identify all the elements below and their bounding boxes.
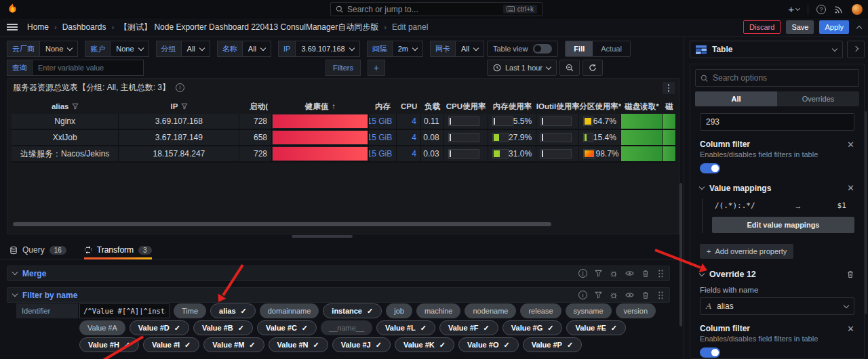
chevron-down-icon[interactable] — [699, 270, 705, 276]
panel-menu-icon[interactable] — [663, 82, 675, 94]
field-pill[interactable]: machine — [416, 303, 461, 318]
field-pill[interactable]: Value #D✓ — [130, 320, 189, 335]
col-header-mem-usage[interactable]: 内存使用率 — [488, 99, 536, 114]
chevron-down-icon[interactable] — [699, 184, 705, 190]
table-row[interactable]: XxlJob 3.67.187.149 658 15 GiB 4 0.08 27… — [12, 130, 676, 146]
trash-icon[interactable] — [846, 270, 854, 278]
field-pill[interactable]: Value #F✓ — [439, 320, 498, 335]
discard-button[interactable]: Discard — [743, 20, 781, 34]
table-view-toggle[interactable]: Table view — [487, 41, 558, 57]
table-row[interactable]: Nginx 3.69.107.168 728 15 GiB 4 0.11 5.5… — [12, 114, 676, 130]
filters-button[interactable]: Filters — [326, 60, 361, 76]
add-filter-button[interactable]: + — [368, 60, 385, 76]
toggle-pane-button[interactable] — [847, 41, 865, 58]
field-pill[interactable]: Value #H✓ — [79, 337, 139, 352]
field-pill[interactable]: Value #O✓ — [458, 337, 519, 352]
col-header-partition[interactable]: 分区使用率* — [579, 99, 620, 114]
collapse-options-icon[interactable] — [856, 25, 862, 30]
column-filter-toggle[interactable] — [700, 163, 720, 173]
field-pill[interactable]: Value #B✓ — [193, 320, 253, 335]
save-button[interactable]: Save — [786, 20, 814, 34]
help-icon[interactable]: ? — [816, 5, 826, 14]
info-icon[interactable]: i — [578, 269, 587, 278]
refresh-button[interactable] — [583, 60, 603, 76]
col-header-ip[interactable]: IP — [119, 99, 239, 114]
remove-property-icon[interactable]: ✕ — [847, 183, 854, 193]
field-pill[interactable]: job — [386, 303, 412, 318]
variable-value-dropdown[interactable]: None — [39, 41, 78, 57]
info-icon[interactable]: i — [578, 291, 587, 299]
variable-value-dropdown[interactable]: All — [181, 41, 210, 57]
variable-value-dropdown[interactable]: 2m — [392, 41, 423, 57]
col-header-cpu-usage[interactable]: CPU使用率 — [444, 99, 488, 114]
tab-query[interactable]: Query 16 — [9, 245, 66, 259]
global-search-input[interactable]: Search or jump to... ctrl+k — [330, 2, 542, 16]
field-pill[interactable]: Value #G✓ — [502, 320, 563, 335]
tab-overrides[interactable]: Overrides — [777, 91, 859, 106]
col-header-uptime[interactable]: 启动( — [240, 99, 273, 114]
field-pill[interactable]: __name__ — [321, 320, 372, 335]
breadcrumb-home[interactable]: Home — [27, 22, 49, 32]
field-pill[interactable]: Value #N✓ — [269, 337, 328, 352]
transform-filter-by-name-row[interactable]: Filter by name i — [7, 287, 670, 303]
eye-icon[interactable] — [625, 270, 634, 277]
remove-property-icon[interactable]: ✕ — [847, 324, 854, 333]
field-pill[interactable]: Value #A — [79, 320, 125, 335]
grafana-logo-icon[interactable] — [7, 3, 18, 15]
news-icon[interactable] — [834, 5, 844, 14]
col-header-load[interactable]: 负载 — [421, 99, 444, 114]
tab-all[interactable]: All — [695, 91, 777, 106]
fill-button[interactable]: Fill — [566, 41, 593, 56]
tab-transform[interactable]: Transform 3 — [84, 245, 152, 259]
field-pill[interactable]: Value #J✓ — [332, 337, 391, 352]
fields-with-name-select[interactable]: A alias — [700, 297, 854, 315]
info-icon[interactable]: i — [176, 83, 184, 92]
variable-value-dropdown[interactable]: All — [455, 41, 484, 57]
avatar[interactable] — [852, 4, 863, 15]
query-variable-input[interactable]: Enter variable value — [32, 60, 144, 76]
col-header-disk-read[interactable]: 磁盘读取* — [621, 99, 663, 114]
field-pill[interactable]: Value #I✓ — [143, 337, 199, 352]
column-width-input[interactable] — [700, 113, 854, 131]
field-pill[interactable]: Value #P✓ — [523, 337, 582, 352]
variable-value-dropdown[interactable]: 3.69.107.168 — [295, 41, 359, 57]
eye-icon[interactable] — [625, 291, 634, 299]
add-override-property-button[interactable]: +Add override property — [700, 244, 793, 259]
resize-handle[interactable] — [292, 235, 353, 238]
chevron-down-icon[interactable] — [12, 270, 18, 275]
field-pill[interactable]: Time — [174, 303, 206, 318]
field-pill[interactable]: alias✓ — [210, 303, 256, 318]
trash-icon[interactable] — [642, 270, 650, 278]
menu-icon[interactable] — [7, 24, 18, 30]
time-range-picker[interactable]: Last 1 hour — [487, 60, 557, 76]
field-pill[interactable]: nodename — [465, 303, 516, 318]
toggle-knob[interactable] — [533, 44, 552, 54]
col-header-ioutil[interactable]: IOutil使用率 — [536, 99, 579, 114]
chevron-down-icon[interactable] — [12, 291, 18, 297]
breadcrumb-dashboards[interactable]: Dashboards — [62, 22, 106, 32]
field-pill[interactable]: Value #L✓ — [376, 320, 435, 335]
breadcrumb-dashboard-title[interactable]: 【测试】 Node Exporter Dashboard 220413 Cons… — [119, 22, 378, 33]
filter-icon[interactable] — [72, 103, 79, 110]
bug-icon[interactable] — [610, 270, 618, 278]
col-header-alias[interactable]: alias — [12, 99, 119, 114]
drag-handle-icon[interactable] — [657, 270, 664, 278]
trash-icon[interactable] — [642, 291, 650, 299]
variable-value-dropdown[interactable]: All — [242, 41, 271, 57]
field-pill[interactable]: Value #E✓ — [566, 320, 625, 335]
col-header-memory[interactable]: 内存 — [369, 99, 397, 114]
col-header-disk-more[interactable]: 磁 — [663, 99, 676, 114]
col-header-cpu[interactable]: CPU — [397, 99, 421, 114]
sidebar-scrollbar[interactable] — [865, 111, 867, 314]
column-filter-toggle[interactable] — [700, 347, 720, 358]
field-pill[interactable]: instance✓ — [323, 303, 382, 318]
filter-icon[interactable] — [181, 103, 188, 110]
override-12-header[interactable]: Override 12 — [700, 270, 854, 279]
panel-title[interactable]: 服务器资源总览表【分组: All, 主机总数: 3】 — [13, 82, 170, 93]
visualization-picker[interactable]: Table — [690, 41, 843, 58]
remove-property-icon[interactable]: ✕ — [847, 140, 854, 149]
field-pill[interactable]: version — [616, 303, 656, 318]
identifier-input[interactable] — [79, 303, 170, 318]
horizontal-scrollbar[interactable] — [13, 222, 551, 226]
add-menu-button[interactable]: + — [788, 3, 800, 15]
